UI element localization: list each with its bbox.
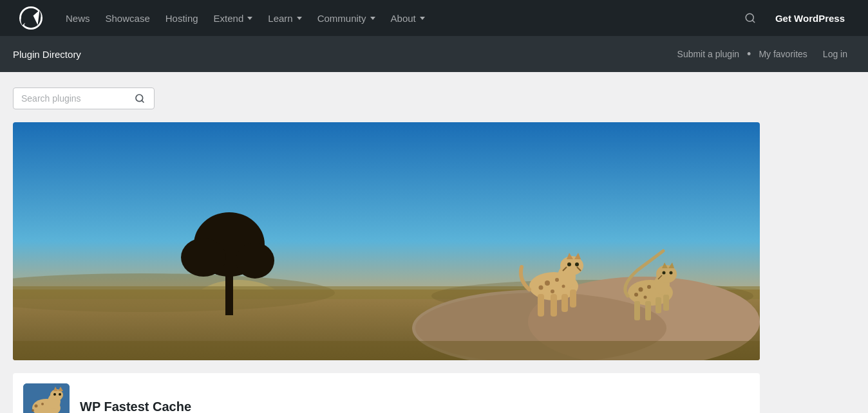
svg-point-64	[32, 409, 34, 412]
svg-rect-50	[645, 301, 651, 320]
svg-point-14	[181, 238, 226, 277]
my-favorites-link[interactable]: My favorites	[751, 45, 815, 63]
svg-point-60	[53, 393, 56, 396]
wordpress-logo-icon	[19, 6, 42, 30]
plugin-card-preview: WP Fastest Cache	[13, 373, 760, 413]
svg-point-29	[555, 278, 559, 282]
community-chevron-icon	[370, 17, 375, 20]
search-wrapper	[13, 87, 855, 109]
svg-rect-51	[656, 297, 661, 313]
nav-showcase[interactable]: Showcase	[99, 9, 156, 28]
svg-point-15	[236, 243, 274, 279]
svg-point-28	[545, 280, 550, 286]
svg-rect-35	[561, 294, 568, 312]
plugin-icon-svg	[23, 383, 70, 413]
svg-line-2	[752, 20, 754, 22]
nav-hosting[interactable]: Hosting	[159, 9, 205, 28]
hero-banner	[13, 122, 760, 360]
search-submit-button[interactable]	[129, 89, 150, 107]
search-submit-icon	[135, 93, 145, 104]
plugin-title: WP Fastest Cache	[80, 399, 191, 414]
svg-point-46	[647, 285, 651, 289]
about-chevron-icon	[420, 17, 425, 20]
svg-point-26	[567, 262, 571, 266]
svg-point-31	[551, 289, 554, 293]
plugin-info: WP Fastest Cache	[80, 399, 191, 414]
search-bar	[13, 87, 155, 109]
svg-point-48	[644, 296, 647, 299]
log-in-link[interactable]: Log in	[815, 45, 855, 63]
plugin-icon	[23, 383, 70, 413]
nav-extend[interactable]: Extend	[207, 9, 259, 28]
top-navigation: News Showcase Hosting Extend Learn Commu…	[0, 0, 868, 36]
svg-line-4	[142, 100, 144, 102]
svg-rect-49	[634, 301, 640, 320]
svg-rect-34	[551, 294, 557, 317]
nav-news[interactable]: News	[59, 9, 97, 28]
nav-search-button[interactable]	[738, 8, 762, 28]
plugin-directory-title[interactable]: Plugin Directory	[13, 49, 81, 60]
wp-logo-link[interactable]	[13, 3, 57, 33]
main-content: WP Fastest Cache	[0, 72, 868, 413]
svg-rect-33	[538, 294, 544, 317]
plugin-directory-bar: Plugin Directory Submit a plugin • My fa…	[0, 36, 868, 72]
svg-point-42	[663, 271, 666, 275]
learn-chevron-icon	[297, 17, 302, 20]
hero-image-svg	[13, 122, 760, 360]
svg-rect-36	[570, 289, 576, 307]
extend-chevron-icon	[247, 17, 252, 20]
svg-point-62	[35, 405, 38, 408]
nav-community[interactable]: Community	[311, 9, 382, 28]
svg-point-47	[634, 293, 638, 297]
svg-rect-53	[13, 341, 760, 360]
svg-point-61	[59, 393, 61, 396]
search-input[interactable]	[14, 88, 129, 109]
nav-about[interactable]: About	[384, 9, 431, 28]
submit-plugin-link[interactable]: Submit a plugin	[670, 45, 748, 63]
nav-learn[interactable]: Learn	[261, 9, 308, 28]
svg-point-32	[562, 285, 565, 288]
svg-point-30	[539, 286, 543, 290]
get-wordpress-button[interactable]: Get WordPress	[765, 8, 855, 29]
svg-point-27	[575, 262, 579, 266]
svg-rect-52	[663, 295, 669, 311]
plugin-dir-links: Submit a plugin • My favorites Log in	[670, 45, 855, 63]
svg-point-63	[41, 403, 44, 405]
search-icon	[744, 12, 756, 24]
svg-point-43	[670, 271, 673, 275]
svg-point-45	[639, 288, 643, 292]
